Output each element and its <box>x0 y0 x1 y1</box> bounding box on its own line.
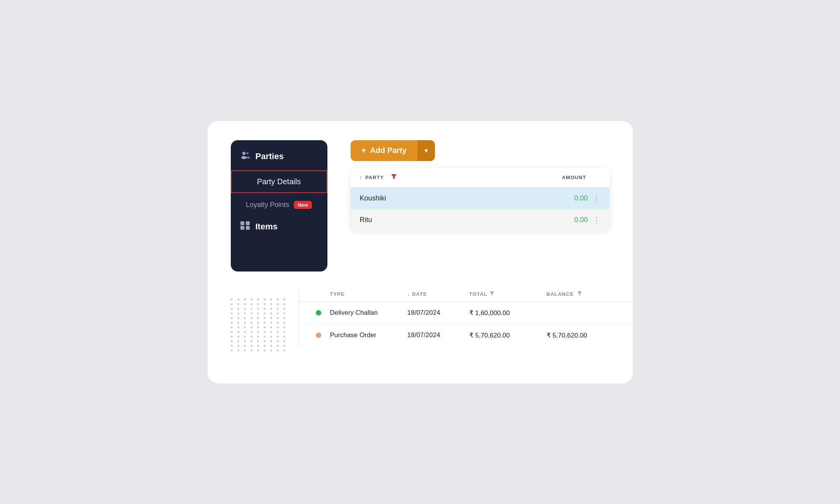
dot <box>244 322 246 324</box>
filter-icon-balance[interactable] <box>577 291 582 298</box>
dot <box>270 331 272 333</box>
dot <box>270 350 272 351</box>
dot <box>231 340 233 342</box>
bottom-section: TYPE ↓ DATE TOTAL BALANCE <box>231 287 610 355</box>
sidebar-item-party-details[interactable]: Party Details <box>231 170 327 193</box>
party-menu-icon[interactable]: ⋮ <box>593 216 600 225</box>
svg-rect-4 <box>240 221 244 225</box>
tx-status-cell <box>307 333 330 338</box>
dot <box>264 299 266 300</box>
dot <box>257 340 259 342</box>
sort-down-icon: ↓ <box>407 291 411 297</box>
sidebar-item-loyalty[interactable]: Loyalty Points New <box>231 195 327 215</box>
party-amount: 0.00 <box>557 216 588 224</box>
dot <box>231 312 233 314</box>
dot <box>244 350 246 351</box>
dot <box>283 340 285 342</box>
dot <box>264 326 266 328</box>
main-card: Parties Party Details Loyalty Points New <box>208 121 633 384</box>
dot <box>277 322 279 324</box>
dot <box>237 308 239 310</box>
sidebar-parties-label: Parties <box>256 151 284 161</box>
filter-icon-total[interactable] <box>489 291 494 298</box>
dot <box>283 303 285 305</box>
dot <box>231 308 233 310</box>
sidebar-item-items[interactable]: Items <box>231 215 327 238</box>
dot <box>264 322 266 324</box>
tx-date-cell: 18/07/2024 <box>407 331 469 339</box>
tx-total-cell: ₹ 1,60,000.00 <box>469 309 547 317</box>
dot <box>250 312 252 314</box>
items-icon <box>240 221 250 232</box>
dot <box>231 303 233 305</box>
dot <box>283 308 285 310</box>
dot <box>237 303 239 305</box>
dot <box>231 336 233 338</box>
sidebar: Parties Party Details Loyalty Points New <box>231 140 327 272</box>
dot <box>270 340 272 342</box>
dot <box>250 331 252 333</box>
add-party-button[interactable]: + Add Party <box>351 140 417 161</box>
sort-up-icon: ↑ <box>360 175 363 180</box>
dot <box>257 345 259 347</box>
party-col-amount: AMOUNT <box>540 175 586 180</box>
svg-point-3 <box>246 156 250 159</box>
svg-rect-6 <box>240 226 244 230</box>
dot <box>250 317 252 319</box>
tx-col-type: TYPE <box>330 291 407 297</box>
dot <box>257 336 259 338</box>
party-row[interactable]: Koushiki 0.00 ⋮ <box>351 188 610 209</box>
dot <box>250 340 252 342</box>
dot <box>237 340 239 342</box>
svg-point-0 <box>242 152 245 155</box>
dot <box>257 350 259 351</box>
dot <box>277 299 279 300</box>
dot <box>277 326 279 328</box>
dot <box>283 322 285 324</box>
dot <box>237 312 239 314</box>
dot <box>231 322 233 324</box>
dot <box>257 299 259 300</box>
dot <box>231 299 233 300</box>
dot <box>250 350 252 351</box>
loyalty-label: Loyalty Points <box>246 201 289 209</box>
party-details-label: Party Details <box>257 177 301 186</box>
tx-balance-label: BALANCE <box>547 291 574 297</box>
dot <box>250 299 252 300</box>
tx-type-cell: Delivery Challan <box>330 309 407 317</box>
dot <box>277 303 279 305</box>
tx-date-cell: 18/07/2024 <box>407 309 469 317</box>
dot <box>257 322 259 324</box>
dot-grid-decoration <box>231 295 287 355</box>
transaction-table: TYPE ↓ DATE TOTAL BALANCE <box>299 287 632 346</box>
tx-row[interactable]: Purchase Order 18/07/2024 ₹ 5,70,620.00 … <box>299 324 632 346</box>
tx-status-dot <box>316 310 321 316</box>
filter-icon-red[interactable] <box>391 173 397 182</box>
tx-row[interactable]: Delivery Challan 18/07/2024 ₹ 1,60,000.0… <box>299 302 632 324</box>
dot <box>270 303 272 305</box>
dot <box>237 345 239 347</box>
dot <box>257 326 259 328</box>
dot <box>250 303 252 305</box>
dot <box>277 312 279 314</box>
add-party-label: Add Party <box>370 146 406 155</box>
party-col-party-label: PARTY <box>365 175 384 180</box>
party-row[interactable]: Ritu 0.00 ⋮ <box>351 209 610 231</box>
dot <box>257 331 259 333</box>
dot <box>237 336 239 338</box>
right-panel: + Add Party ▾ ↑ PARTY <box>351 140 610 231</box>
dot <box>250 308 252 310</box>
party-name: Ritu <box>360 216 557 224</box>
party-menu-icon[interactable]: ⋮ <box>593 194 600 203</box>
party-table-card: ↑ PARTY AMOUNT Koushiki 0.00 <box>351 168 610 231</box>
sidebar-item-parties[interactable]: Parties <box>231 144 327 169</box>
dot <box>231 345 233 347</box>
dot <box>250 336 252 338</box>
svg-point-2 <box>246 152 249 154</box>
dot <box>277 340 279 342</box>
dot <box>244 331 246 333</box>
dot <box>277 308 279 310</box>
dot <box>237 326 239 328</box>
add-party-chevron-button[interactable]: ▾ <box>417 140 435 161</box>
dot <box>244 340 246 342</box>
